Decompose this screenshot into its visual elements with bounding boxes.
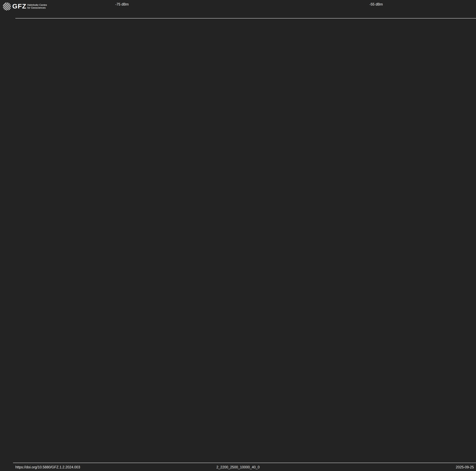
date-label: 2025-09-25 [0,465,474,469]
colorbar-max-label: -55 dBm [369,2,383,6]
colorbar-gradient [131,2,364,5]
logo-name: Helmholtz Centre for Geosciences [27,3,47,9]
spectrogram-canvas [15,18,476,463]
logo-name-line1: Helmholtz Centre [27,3,47,6]
colorbar-min-label: -75 dBm [106,2,129,6]
logo-acronym: GFZ [12,2,26,10]
plot-bottom-border [13,463,476,463]
plot-top-border [15,18,476,18]
logo-name-line2: for Geosciences [27,6,47,9]
gfz-globe-icon [1,1,12,12]
